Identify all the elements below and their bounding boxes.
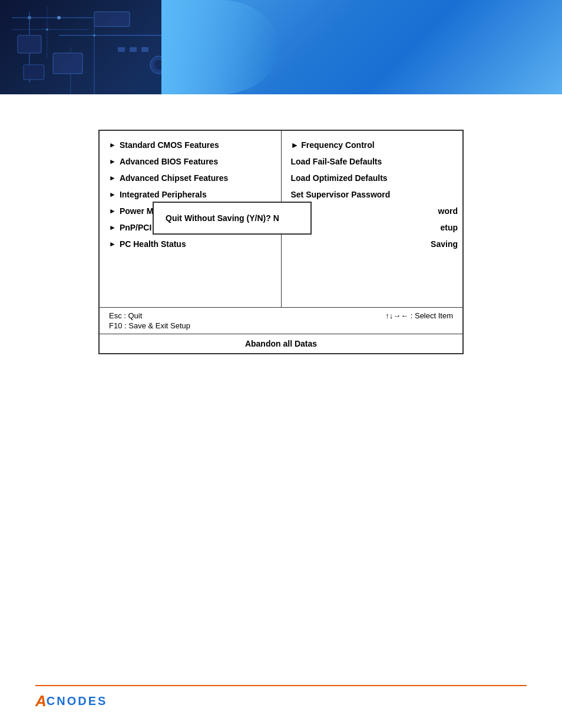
logo-company-name: CNODES (47, 694, 108, 708)
svg-rect-8 (18, 35, 41, 53)
logo-a-letter: A (35, 692, 47, 710)
menu-item-pc-health[interactable]: ► PC Health Status (100, 236, 229, 252)
abandon-data-label: Abandon all Datas (245, 339, 317, 348)
arrow-icon: ► (109, 174, 116, 182)
main-content: ► Standard CMOS Features ► Advanced BIOS… (0, 94, 562, 390)
quit-popup-dialog[interactable]: Quit Without Saving (Y/N)? N (153, 202, 312, 235)
arrow-icon: ► (109, 223, 116, 232)
f10-save-label: F10 : Save & Exit Setup (109, 321, 190, 330)
pcb-image (0, 0, 189, 94)
svg-point-18 (46, 28, 48, 31)
footer: A CNODES (35, 685, 527, 710)
svg-rect-13 (130, 47, 137, 52)
arrow-icon: ► (291, 140, 299, 150)
menu-item-integrated-peripherals[interactable]: ► Integrated Peripherals (100, 186, 281, 203)
menu-item-set-supervisor-password[interactable]: Set Supervisor Password (282, 186, 463, 203)
arrow-icon: ► (109, 157, 116, 166)
menu-item-advanced-chipset[interactable]: ► Advanced Chipset Features (100, 170, 281, 186)
arrow-icon: ► (109, 190, 116, 199)
arrow-icon: ► (109, 207, 116, 215)
acnodes-logo: A CNODES (35, 692, 527, 710)
bios-statusbar: Esc : Quit F10 : Save & Exit Setup ↑↓→← … (100, 308, 462, 334)
svg-rect-12 (118, 47, 125, 52)
header-banner (0, 0, 562, 94)
statusbar-right: ↑↓→← : Select Item (385, 311, 453, 330)
menu-item-standard-cmos[interactable]: ► Standard CMOS Features (100, 137, 281, 153)
select-item-label: ↑↓→← : Select Item (385, 311, 453, 320)
arrow-icon: ► (109, 240, 116, 248)
svg-point-19 (57, 16, 61, 19)
statusbar-left: Esc : Quit F10 : Save & Exit Setup (109, 311, 190, 330)
svg-point-20 (93, 34, 95, 37)
svg-rect-10 (94, 12, 130, 27)
arrow-icon: ► (109, 141, 116, 149)
bios-setup-box: ► Standard CMOS Features ► Advanced BIOS… (98, 130, 464, 354)
menu-item-load-optimized[interactable]: Load Optimized Defaults (282, 170, 463, 186)
svg-rect-14 (141, 47, 148, 52)
svg-point-17 (28, 16, 31, 19)
popup-text: Quit Without Saving (Y/N)? N (166, 213, 279, 223)
svg-rect-9 (53, 53, 82, 74)
menu-item-advanced-bios[interactable]: ► Advanced BIOS Features (100, 153, 281, 170)
svg-rect-11 (24, 65, 44, 80)
blue-gradient-section (161, 0, 562, 94)
menu-item-saving[interactable]: Saving (282, 236, 463, 252)
bios-infobar: Abandon all Datas (100, 334, 462, 353)
menu-item-load-failsafe[interactable]: Load Fail-Safe Defaults (282, 153, 463, 170)
esc-quit-label: Esc : Quit (109, 311, 190, 320)
menu-item-frequency-control[interactable]: ► Frequency Control (282, 137, 463, 153)
